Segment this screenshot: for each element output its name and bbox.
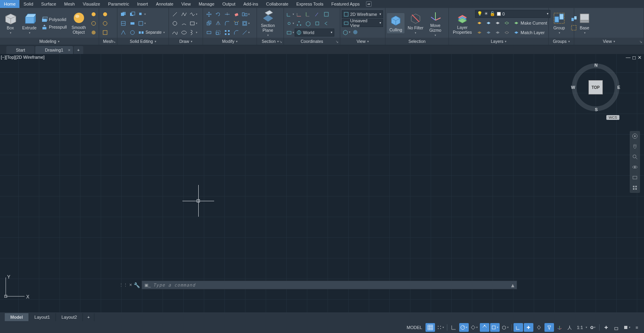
nav-orbit-icon[interactable] bbox=[631, 164, 638, 171]
ucs-x-icon[interactable] bbox=[295, 10, 303, 19]
trim-icon[interactable] bbox=[223, 10, 232, 19]
view-panel-title[interactable]: View▾ bbox=[340, 38, 385, 45]
helix-icon[interactable]: ▾ bbox=[189, 28, 197, 37]
imprint-icon[interactable]: ▾ bbox=[137, 19, 146, 28]
mesh-refine-icon[interactable] bbox=[101, 28, 109, 37]
3dpolyline-icon[interactable]: ▾ bbox=[189, 10, 197, 19]
ucs-icon[interactable]: ▾ bbox=[286, 10, 294, 19]
sweep-icon[interactable] bbox=[89, 19, 98, 28]
intersect-icon[interactable]: ▾ bbox=[137, 10, 146, 19]
no-filter-button[interactable]: No Filter ▾ bbox=[405, 11, 426, 36]
separate-button[interactable]: Separate▾ bbox=[137, 28, 166, 37]
layer-off-icon[interactable] bbox=[475, 19, 484, 27]
layer-properties-button[interactable]: Layer Properties bbox=[450, 11, 474, 35]
mesh-more-smooth-icon[interactable] bbox=[101, 10, 109, 19]
group-button[interactable]: Group ▾ bbox=[550, 11, 568, 36]
extract-edges-icon[interactable] bbox=[119, 28, 128, 37]
menu-mesh[interactable]: Mesh bbox=[60, 0, 79, 8]
ribbon-toggle-button[interactable]: ▪▾ bbox=[366, 1, 372, 7]
osnap-3d-toggle[interactable]: ▾ bbox=[500, 323, 510, 332]
offset-edge-icon[interactable] bbox=[128, 28, 137, 37]
annotation-monitor-icon[interactable]: ✚ bbox=[601, 323, 611, 332]
make-current-button[interactable]: Make Current bbox=[512, 19, 549, 27]
3d-osnap-toggle[interactable]: ▾ bbox=[490, 323, 500, 332]
menu-insert[interactable]: Insert bbox=[133, 0, 152, 8]
coordinates-panel-title[interactable]: Coordinates↘ bbox=[284, 38, 340, 45]
layout2-tab[interactable]: Layout2 bbox=[56, 313, 83, 321]
viewport-minimize-icon[interactable]: — bbox=[626, 55, 631, 60]
mesh-less-smooth-icon[interactable] bbox=[101, 19, 109, 28]
polyline-icon[interactable] bbox=[180, 10, 188, 19]
customize-icon[interactable]: ≡ bbox=[632, 323, 642, 332]
align-icon[interactable]: ▾ bbox=[241, 10, 250, 19]
command-line-handle[interactable]: ⋮⋮ bbox=[119, 283, 128, 288]
view-render-icon[interactable] bbox=[351, 28, 360, 37]
menu-home[interactable]: Home bbox=[0, 0, 19, 8]
scale-icon[interactable] bbox=[214, 28, 222, 37]
ellipse-icon[interactable] bbox=[180, 28, 188, 37]
fillet-icon[interactable] bbox=[223, 19, 232, 28]
solid-editing-panel-title[interactable]: Solid Editing▾ bbox=[117, 38, 169, 45]
model-space-indicator[interactable]: MODEL bbox=[407, 325, 422, 330]
nav-wheel-icon[interactable] bbox=[631, 133, 638, 140]
menu-manage[interactable]: Manage bbox=[195, 0, 218, 8]
smooth-object-button[interactable]: Smooth Object bbox=[69, 11, 88, 35]
selection-filter-toggle[interactable] bbox=[544, 323, 554, 332]
groups-panel-title[interactable]: Groups▾ bbox=[549, 38, 574, 45]
polysolid-button[interactable]: Polysolid bbox=[40, 16, 68, 23]
world-combo[interactable]: World▾ bbox=[295, 29, 334, 37]
extrude-button[interactable]: Extrude ▾ bbox=[20, 11, 39, 36]
modify-panel-title[interactable]: Modify▾ bbox=[203, 38, 257, 45]
selection-cycling-toggle[interactable] bbox=[534, 323, 544, 332]
line-icon[interactable] bbox=[171, 10, 179, 19]
culling-button[interactable]: Culling bbox=[387, 13, 404, 33]
circle-icon[interactable] bbox=[171, 19, 179, 28]
layer-unlock-icon[interactable] bbox=[493, 28, 502, 37]
layer-lock-icon[interactable] bbox=[493, 19, 502, 27]
union-icon[interactable] bbox=[119, 10, 128, 19]
ortho-toggle[interactable] bbox=[449, 323, 458, 332]
viewport-maximize-icon[interactable]: ◻ bbox=[632, 55, 636, 60]
viewport-close-icon[interactable]: ✕ bbox=[638, 55, 642, 60]
box-button[interactable]: Box ▾ bbox=[2, 11, 19, 36]
explode-icon[interactable] bbox=[232, 19, 241, 28]
copy-icon[interactable] bbox=[205, 19, 213, 28]
section-plane-button[interactable]: Section Plane ▾ bbox=[259, 9, 277, 38]
visual-style-combo[interactable]: 2D Wireframe▾ bbox=[342, 10, 383, 18]
nav-showmotion-icon[interactable] bbox=[631, 174, 638, 181]
ucs-face-icon[interactable] bbox=[304, 19, 312, 28]
menu-output[interactable]: Output bbox=[218, 0, 240, 8]
stretch-icon[interactable] bbox=[205, 28, 213, 37]
snap-mode-toggle[interactable]: ▾ bbox=[436, 323, 445, 332]
rectangle-icon[interactable]: ▾ bbox=[189, 19, 197, 28]
ucs-previous-icon[interactable] bbox=[322, 19, 331, 28]
menu-surface[interactable]: Surface bbox=[37, 0, 60, 8]
isolate-objects-icon[interactable]: ▾ bbox=[622, 323, 631, 332]
layout1-tab[interactable]: Layout1 bbox=[29, 313, 56, 321]
ucs-3point-icon[interactable] bbox=[295, 19, 303, 28]
slice-icon[interactable] bbox=[119, 19, 128, 28]
menu-view[interactable]: View bbox=[177, 0, 195, 8]
rotate-icon[interactable] bbox=[214, 10, 222, 19]
ucs-object-icon[interactable] bbox=[313, 19, 322, 28]
ucs-origin-icon[interactable]: ▾ bbox=[286, 19, 294, 28]
subtract-icon[interactable] bbox=[128, 10, 137, 19]
annotation-scale[interactable]: 1:1 bbox=[575, 325, 585, 330]
modeling-panel-title[interactable]: Modeling▾ bbox=[0, 38, 99, 45]
workspace-switching-icon[interactable]: ✿▾ bbox=[588, 323, 598, 332]
nav-zoom-icon[interactable] bbox=[631, 153, 638, 160]
viewpanel-panel-title[interactable]: View▾↘ bbox=[574, 38, 644, 45]
ucs-y-icon[interactable] bbox=[304, 10, 312, 19]
layer-thaw-icon[interactable] bbox=[484, 28, 493, 37]
add-layout-button[interactable]: + bbox=[83, 313, 94, 321]
mirror-icon[interactable] bbox=[214, 19, 222, 28]
polar-tracking-toggle[interactable]: ▾ bbox=[459, 323, 469, 332]
menu-visualize[interactable]: Visualize bbox=[79, 0, 104, 8]
grid-display-toggle[interactable] bbox=[426, 323, 435, 332]
drawing-tab[interactable]: Drawing1× bbox=[35, 46, 73, 54]
base-button[interactable]: Base ▾ bbox=[576, 11, 593, 36]
annotation-visibility-toggle[interactable]: 人 bbox=[565, 323, 575, 332]
mesh-panel-title[interactable]: Mesh↘ bbox=[99, 38, 117, 45]
chamfer-icon[interactable] bbox=[232, 28, 241, 37]
offset-icon[interactable]: ▾ bbox=[241, 19, 250, 28]
